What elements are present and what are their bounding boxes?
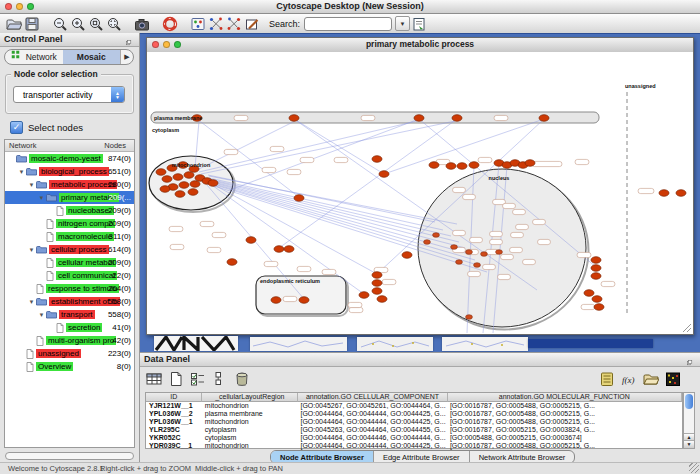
save-icon[interactable]	[23, 15, 41, 32]
network-node[interactable]	[184, 172, 194, 179]
network-node[interactable]	[284, 246, 294, 253]
network-node[interactable]	[433, 233, 440, 238]
network-node[interactable]	[294, 195, 304, 202]
network-node[interactable]	[372, 280, 382, 287]
search-dropdown-arrow-icon[interactable]: ▼	[395, 16, 410, 31]
vizmapper-icon[interactable]	[189, 15, 207, 32]
network-view-window[interactable]: primary metabolic process plasma membran…	[146, 37, 694, 335]
tree-row-overview[interactable]: Overview8(0)	[5, 360, 134, 373]
network-canvas[interactable]: plasma membranecytoplasmmitochondrionnuc…	[147, 52, 693, 334]
tab-overflow-arrow-icon[interactable]: ▶	[120, 50, 133, 64]
network-node[interactable]	[591, 257, 601, 264]
table-row[interactable]: YJR121W__1mitochondrion[GO:0045267, GO:0…	[146, 402, 682, 410]
tab-network[interactable]: Network	[5, 50, 63, 64]
float-panel-icon[interactable]	[126, 35, 135, 44]
table-scrollbar[interactable]: ▲ ▼	[683, 392, 695, 449]
node-color-combobox[interactable]: transporter activity ▲▼	[13, 86, 125, 103]
tree-row-nitrogen-compo[interactable]: nitrogen compo209(0)	[5, 217, 134, 230]
table-row[interactable]: YPL036W__1mitochondrion[GO:0044464, GO:0…	[146, 418, 682, 426]
float-panel-icon[interactable]	[687, 355, 696, 364]
network-node[interactable]	[451, 245, 458, 250]
network-node[interactable]	[299, 297, 309, 304]
network-node[interactable]	[289, 115, 299, 122]
select-mode-icon[interactable]	[243, 15, 261, 32]
network-node[interactable]	[274, 246, 284, 253]
network-node[interactable]	[659, 190, 669, 197]
camera-icon[interactable]	[133, 15, 151, 32]
layout-b-icon[interactable]	[225, 15, 243, 32]
function-builder-icon[interactable]: f(x)	[619, 370, 638, 388]
network-node[interactable]	[188, 189, 198, 196]
network-node[interactable]	[446, 163, 456, 170]
column-header[interactable]: _cellularLayoutRegion	[202, 393, 298, 402]
zoom-in-icon[interactable]	[69, 15, 87, 32]
expander-icon[interactable]: ▼	[18, 169, 25, 175]
import-table-icon[interactable]	[641, 370, 660, 388]
table-row[interactable]: YDR039C__1mitochondrion[GO:0044464, GO:0…	[146, 442, 682, 450]
attribute-batch-icon[interactable]	[597, 370, 616, 388]
expander-icon[interactable]: ▼	[38, 312, 45, 318]
network-node[interactable]	[372, 288, 382, 295]
network-node[interactable]	[271, 297, 281, 304]
tree-row-macromolecule[interactable]: macromolecule311(0)	[5, 230, 134, 243]
select-nodes-checkbox[interactable]: ✓	[10, 121, 23, 134]
tree-row-response-to-stimulu[interactable]: response to stimulu264(0)	[5, 282, 134, 295]
column-header[interactable]: annotation.GO MOLECULAR_FUNCTION	[448, 393, 682, 402]
tree-row-primary-metabo[interactable]: ▼primary metabo209(...	[5, 191, 134, 204]
select-attributes-icon[interactable]	[188, 370, 207, 388]
column-header[interactable]: ID	[146, 393, 202, 402]
network-node[interactable]	[466, 250, 473, 255]
expander-icon[interactable]: ▼	[38, 195, 45, 201]
network-node[interactable]	[359, 292, 369, 299]
network-node[interactable]	[402, 252, 412, 259]
network-node[interactable]	[584, 290, 594, 297]
scrollbar-thumb[interactable]	[685, 394, 693, 409]
tree-row-transport[interactable]: ▼transport558(0)	[5, 308, 134, 321]
network-node[interactable]	[466, 315, 473, 320]
network-node[interactable]	[481, 252, 488, 257]
search-options-icon[interactable]	[410, 15, 428, 32]
network-node[interactable]	[594, 304, 604, 311]
tree-row-mosaic-demo-yeast[interactable]: mosaic-demo-yeast874(0)	[5, 152, 134, 165]
matrix-view-icon[interactable]	[663, 370, 682, 388]
network-node[interactable]	[227, 259, 237, 266]
network-node[interactable]	[429, 162, 439, 169]
tree-row-nucleobase-[interactable]: nucleobase-209(0)	[5, 204, 134, 217]
tree-row-unassigned[interactable]: unassigned223(0)	[5, 347, 134, 360]
tab-mosaic[interactable]: Mosaic	[63, 50, 121, 64]
help-ring-icon[interactable]	[161, 15, 179, 32]
network-node[interactable]	[208, 180, 218, 187]
network-node[interactable]	[456, 260, 463, 265]
zoom-out-icon[interactable]	[51, 15, 69, 32]
network-node[interactable]	[539, 115, 549, 122]
table-row[interactable]: YKR052Ccytoplasm[GO:0044464, GO:0044446,…	[146, 434, 682, 442]
delete-attribute-icon[interactable]	[232, 370, 251, 388]
network-node[interactable]	[179, 182, 189, 189]
open-icon[interactable]	[5, 15, 23, 32]
resize-grip[interactable]	[689, 463, 699, 473]
expander-icon[interactable]: ▼	[28, 299, 35, 305]
table-row[interactable]: YPL036W__2plasma membrane[GO:0044464, GO…	[146, 410, 682, 418]
tree-row-multi-organism-pro[interactable]: multi-organism pro42(0)	[5, 334, 134, 347]
column-header[interactable]: annotation.GO CELLULAR_COMPONENT	[298, 393, 447, 402]
tree-row-secretion[interactable]: secretion41(0)	[5, 321, 134, 334]
network-node[interactable]	[162, 176, 172, 183]
tree-row-metabolic-process[interactable]: ▼metabolic process280(0)	[5, 178, 134, 191]
new-attribute-icon[interactable]	[166, 370, 185, 388]
network-node[interactable]	[173, 174, 183, 181]
expander-icon[interactable]: ▼	[28, 182, 35, 188]
zoom-region-icon[interactable]	[87, 15, 105, 32]
scroll-down-icon[interactable]: ▼	[684, 440, 694, 448]
table-mode-icon[interactable]	[144, 370, 163, 388]
network-node[interactable]	[424, 240, 431, 245]
layout-a-icon[interactable]	[207, 15, 225, 32]
network-node[interactable]	[676, 190, 686, 197]
network-node[interactable]	[452, 115, 462, 122]
tree-row-establishment-of-lo[interactable]: ▼establishment of lo558(0)	[5, 295, 134, 308]
tree-row-cell-communicat[interactable]: cell communicat22(0)	[5, 269, 134, 282]
network-node[interactable]	[246, 237, 256, 244]
table-row[interactable]: YLR295Ccytoplasm[GO:0045263, GO:0044464,…	[146, 426, 682, 434]
network-node[interactable]	[372, 272, 382, 279]
network-node[interactable]	[591, 265, 601, 272]
network-node[interactable]	[525, 160, 535, 167]
